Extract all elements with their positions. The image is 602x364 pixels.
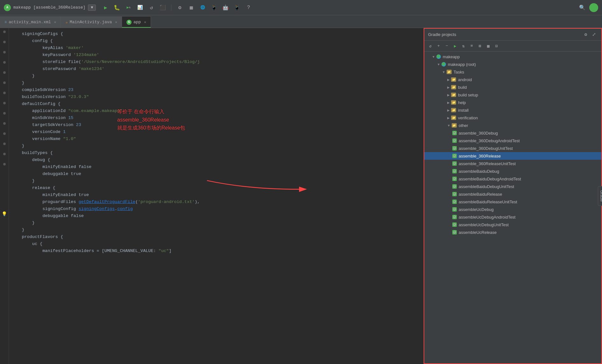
- code-line: keyPassword '1234make': [9, 52, 424, 59]
- tree-item-other[interactable]: ▼ 📁 other: [424, 122, 601, 129]
- tree-item-install[interactable]: ▶ 📁 install: [424, 106, 601, 114]
- expand-arrow[interactable]: ▶: [447, 93, 450, 97]
- tree-item-build-setup[interactable]: ▶ 📁 build setup: [424, 91, 601, 99]
- tree-item-assembleucrelease[interactable]: assembleUcRelease: [424, 228, 601, 236]
- expand-arrow[interactable]: ▶: [447, 101, 450, 104]
- app-title: makeapp [assemble_360Release]: [13, 5, 85, 10]
- code-line: release {: [9, 185, 424, 192]
- run-button[interactable]: ▶: [101, 3, 110, 12]
- settings-button[interactable]: ⚙: [175, 3, 184, 12]
- code-line: }: [9, 227, 424, 234]
- code-line: productFlavors {: [9, 234, 424, 241]
- add-button[interactable]: +: [435, 43, 442, 50]
- expand-arrow[interactable]: ▼: [447, 124, 450, 127]
- expand-arrow[interactable]: ▶: [447, 108, 450, 112]
- breakpoint-dot: [3, 153, 6, 155]
- toggle-button[interactable]: ⇅: [460, 43, 467, 50]
- code-line: }: [9, 220, 424, 227]
- expand-arrow[interactable]: ▶: [447, 116, 450, 120]
- tree-item-assembleucdebugandroidtest[interactable]: assembleUcDebugAndroidTest: [424, 213, 601, 221]
- config-dropdown[interactable]: ▼: [88, 4, 96, 11]
- settings2-button[interactable]: ▦: [485, 43, 492, 50]
- task-icon: [452, 207, 457, 212]
- folder-icon: 📁: [451, 108, 456, 112]
- tree-label-install: install: [458, 108, 469, 113]
- expand-all-button[interactable]: ⊞: [477, 43, 484, 50]
- tree-item-assemble-360release[interactable]: assemble_360Release: [424, 152, 601, 160]
- task-icon: [452, 184, 457, 189]
- tree-item-build[interactable]: ▶ 📁 build: [424, 83, 601, 91]
- tab-app[interactable]: G app ✕: [122, 16, 151, 28]
- code-line: minSdkVersion 15: [9, 115, 424, 122]
- device-manager-button[interactable]: 📱: [210, 3, 219, 12]
- folder-icon: 📁: [451, 100, 456, 105]
- tree-item-android[interactable]: ▶ 📁 android: [424, 76, 601, 83]
- remove-button[interactable]: −: [443, 43, 450, 50]
- tree-item-assembleucdebugunitTest[interactable]: assembleUcDebugUnitTest: [424, 221, 601, 228]
- tree-item-assemblebaidudebugunitTest[interactable]: assembleBaiduDebugUnitTest: [424, 183, 601, 190]
- group-button[interactable]: ≡: [468, 43, 475, 50]
- tree-item-assemblebaidudebug[interactable]: assembleBaiduDebug: [424, 167, 601, 175]
- tree-item-assemble-360debugandroidtest[interactable]: assemble_360DebugAndroidTest: [424, 137, 601, 144]
- help-button[interactable]: ?: [244, 3, 253, 12]
- run-coverage-button[interactable]: ▶%: [124, 3, 133, 12]
- tab-activity-main[interactable]: ≡ activity_main.xml ✕: [0, 16, 61, 28]
- tab-app-close[interactable]: ✕: [144, 20, 146, 24]
- tab-mainactivity[interactable]: ☕ MainActivity.java ✕: [61, 16, 122, 28]
- tree-label-build-setup: build setup: [458, 93, 478, 97]
- task-icon: [452, 200, 457, 204]
- tree-item-tasks[interactable]: ▼ 📁 Tasks: [424, 68, 601, 76]
- tree-item-assemblebaidurRelease[interactable]: assembleBaiduRelease: [424, 190, 601, 198]
- tab-activity-main-close[interactable]: ✕: [54, 20, 56, 24]
- panel-expand-button[interactable]: ⤢: [591, 31, 598, 38]
- tree-item-makeapp-root[interactable]: ▼ makeapp (root): [424, 60, 601, 68]
- expand-arrow[interactable]: ▶: [447, 86, 450, 89]
- refresh-button[interactable]: ↺: [427, 43, 434, 50]
- panel-toolbar: ↺ + − ▶ ⇅ ≡ ⊞ ▦ ⊡: [424, 41, 601, 52]
- tree-label-android: android: [458, 77, 472, 82]
- execute-button[interactable]: ▶: [452, 43, 459, 50]
- expand-arrow[interactable]: ▼: [437, 63, 440, 66]
- user-avatar[interactable]: [589, 3, 598, 12]
- code-line: debuggable false: [9, 213, 424, 220]
- tree-item-assemble-360releaseunittest[interactable]: assemble_360ReleaseUnitTest: [424, 160, 601, 167]
- stop-button[interactable]: ⬛: [158, 3, 167, 12]
- tree-item-assemble-360debugunittest[interactable]: assemble_360DebugUnitTest: [424, 144, 601, 152]
- task-icon: [452, 192, 457, 196]
- tree-label: assemble_360ReleaseUnitTest: [459, 161, 516, 166]
- breakpoint-dot: [3, 143, 6, 145]
- sdk-manager-button[interactable]: ▦: [187, 3, 196, 12]
- tree-item-assemblebaidudebugandroidtest[interactable]: assembleBaiduDebugAndroidTest: [424, 175, 601, 183]
- bulb-icon[interactable]: 💡: [2, 211, 7, 217]
- tree-label: assemble_360DebugUnitTest: [459, 146, 513, 151]
- tree-item-assembleucdebug[interactable]: assembleUcDebug: [424, 206, 601, 213]
- tree-item-verification[interactable]: ▶ 📁 verification: [424, 114, 601, 122]
- tab-app-label: app: [133, 20, 141, 24]
- code-line: compileSdkVersion 23: [9, 87, 424, 94]
- task-icon: [452, 138, 457, 143]
- gradle-side-tab[interactable]: Gradle: [598, 186, 602, 206]
- task-icon: [452, 131, 457, 135]
- tab-mainactivity-close[interactable]: ✕: [115, 20, 117, 24]
- panel-settings-button[interactable]: ⚙: [582, 31, 589, 38]
- tree-item-makeapp[interactable]: ▼ makeapp: [424, 53, 601, 60]
- profile-button[interactable]: 📊: [135, 3, 144, 12]
- search-button[interactable]: 🔍: [578, 3, 587, 12]
- device-button[interactable]: 📱: [233, 3, 241, 12]
- breakpoint-dot: [3, 71, 6, 74]
- expand-arrow[interactable]: ▶: [447, 78, 450, 81]
- sync-button[interactable]: ↺: [147, 3, 156, 12]
- folder-icon: 📁: [451, 77, 456, 82]
- tree-label: assembleBaiduDebugAndroidTest: [459, 177, 521, 181]
- debug-button[interactable]: 🐛: [112, 3, 121, 12]
- more-button[interactable]: ⊡: [493, 43, 500, 50]
- expand-arrow[interactable]: ▼: [442, 70, 445, 74]
- tab-underline: [122, 27, 151, 28]
- tree-container[interactable]: ▼ makeapp ▼ makeapp (root): [424, 52, 601, 363]
- tree-item-help[interactable]: ▶ 📁 help: [424, 99, 601, 106]
- tree-item-assemblebaidureleaseunittest[interactable]: assembleBaiduReleaseUnitTest: [424, 198, 601, 206]
- avd-manager-button[interactable]: 🌐: [198, 3, 207, 12]
- tree-item-assemble-360debug[interactable]: assemble_360Debug: [424, 129, 601, 137]
- expand-arrow[interactable]: ▼: [432, 55, 435, 59]
- android-button[interactable]: 🤖: [221, 3, 230, 12]
